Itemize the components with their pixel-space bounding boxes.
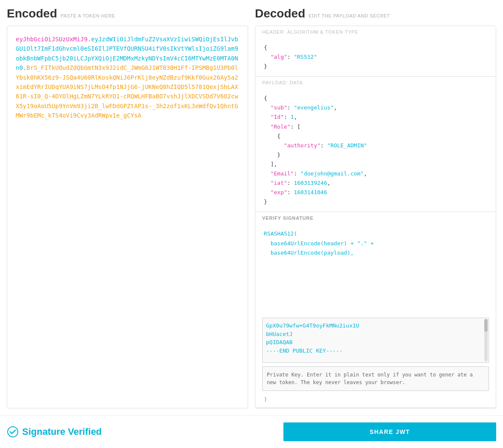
decoded-sections: HEADER: ALGORITHM & TOKEN TYPE { "alg": … [255,26,496,408]
payload-section: PAYLOAD: DATA { "sub": "evengelius", "Id… [255,77,496,212]
bottom-bar: Signature Verified SHARE JWT [0,415,503,448]
verify-arg2: base64UrlEncode(payload), [271,250,354,256]
payload-content[interactable]: { "sub": "evengelius", "Id": 1, "Role": … [255,89,496,212]
encoded-header: Encoded PASTE A TOKEN HERE [7,7,248,20]
verify-label: VERIFY SIGNATURE [255,212,496,224]
token-part3: BrS_FITkUOudZdQbGmtN3x9J2idC_JWmG6J1WT83… [16,64,238,119]
top-section: Encoded PASTE A TOKEN HERE eyJhbGciOiJSU… [0,0,503,415]
decoded-header: Decoded EDIT THE PAYLOAD AND SECRET [255,7,496,20]
verify-section: VERIFY SIGNATURE RSASHA512( base64UrlEnc… [255,212,496,408]
header-section: HEADER: ALGORITHM & TOKEN TYPE { "alg": … [255,26,496,77]
encoded-token-box[interactable]: eyJhbGciOiJSUzUxMiJ9.eyJzdWIiOiJldmFuZ2V… [7,26,248,408]
payload-label: PAYLOAD: DATA [255,77,496,89]
check-icon [7,426,19,438]
verify-arg1: base64UrlEncode(header) + "." + [271,240,374,247]
share-jwt-button[interactable]: SHARE JWT [283,422,496,441]
token-dot1: . [88,36,91,43]
private-key-note: Private Key. Enter it in plain text only… [262,366,489,391]
signature-verified-text: Signature Verified [22,426,102,437]
scrollbar-thumb [484,319,488,332]
verify-content: RSASHA512( base64UrlEncode(header) + "."… [255,224,496,318]
encoded-subtitle: PASTE A TOKEN HERE [60,13,115,18]
decoded-subtitle: EDIT THE PAYLOAD AND SECRET [309,13,390,18]
encoded-panel: Encoded PASTE A TOKEN HERE eyJhbGciOiJSU… [7,7,248,408]
public-key-textarea[interactable]: GpX0u79wfw+G4T9oyFkMNu2iux1U bHUacetJ pQ… [263,318,489,361]
header-label: HEADER: ALGORITHM & TOKEN TYPE [255,26,496,38]
verify-func: RSASHA512( [264,230,297,237]
main-layout: Encoded PASTE A TOKEN HERE eyJhbGciOiJSU… [0,0,503,448]
public-key-wrapper: GpX0u79wfw+G4T9oyFkMNu2iux1U bHUacetJ pQ… [262,318,489,363]
signature-verified: Signature Verified [7,426,102,438]
verify-closing: ) [255,396,496,408]
token-part1: eyJhbGciOiJSUzUxMiJ9 [16,36,88,43]
encoded-title: Encoded [7,7,57,20]
decoded-title: Decoded [255,7,305,20]
svg-point-0 [8,427,18,437]
decoded-panel: Decoded EDIT THE PAYLOAD AND SECRET HEAD… [255,7,496,408]
scrollbar-track [484,319,488,362]
header-content[interactable]: { "alg": "RS512" } [255,38,496,76]
